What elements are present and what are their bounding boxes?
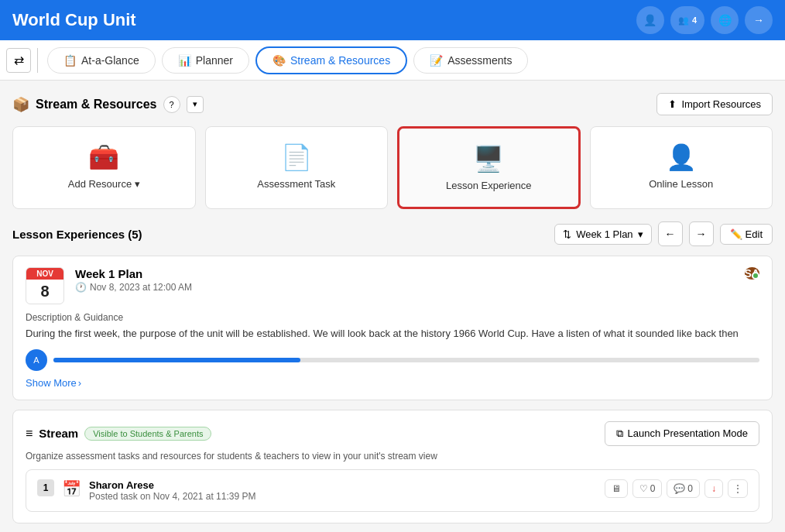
like-action-button[interactable]: ♡ 0 xyxy=(632,479,663,498)
edit-label: Edit xyxy=(746,228,763,240)
show-more-icon: › xyxy=(78,377,81,389)
next-plan-button[interactable]: → xyxy=(689,221,714,246)
comment-count: 0 xyxy=(687,483,693,494)
lesson-title: Week 1 Plan xyxy=(75,267,734,280)
stream-section: ≡ Stream Visible to Students & Parents ⧉… xyxy=(12,410,773,523)
add-resource-label: Add Resource ▾ xyxy=(68,178,140,190)
section-dropdown-button[interactable]: ▾ xyxy=(187,96,204,113)
students-count: 4 xyxy=(692,15,697,25)
progress-avatar: A xyxy=(26,349,47,371)
stream-item: 1 📅 Sharon Arese Posted task on Nov 4, 2… xyxy=(26,469,759,512)
header-actions: 👤 👥 4 🌐 → xyxy=(636,6,773,34)
lesson-experiences-header: Lesson Experiences (5) ⇅ Week 1 Plan ▾ ←… xyxy=(12,221,773,246)
launch-label: Launch Presentation Mode xyxy=(628,427,748,439)
online-lesson-icon: 👤 xyxy=(666,142,697,172)
students-count-button[interactable]: 👥 4 xyxy=(670,6,704,34)
nav-divider xyxy=(37,48,38,73)
stream-item-number: 1 xyxy=(37,479,54,496)
stream-item-content: Sharon Arese Posted task on Nov 4, 2021 … xyxy=(89,479,597,502)
progress-bar-row: A xyxy=(26,349,759,371)
forward-button[interactable]: → xyxy=(745,6,773,34)
stream-resources-header: 📦 Stream & Resources ? ▾ ⬆ Import Resour… xyxy=(12,93,773,115)
more-icon: ⋮ xyxy=(733,483,742,494)
tab-planner-label: Planner xyxy=(196,54,233,67)
students-icon: 👥 xyxy=(678,15,689,26)
stream-item-meta: Posted task on Nov 4, 2021 at 11:39 PM xyxy=(89,491,597,502)
assessments-icon: 📝 xyxy=(430,54,443,67)
lesson-experiences-title: Lesson Experiences (5) xyxy=(12,228,142,241)
date-day: 8 xyxy=(26,280,63,304)
stream-title-row: ≡ Stream Visible to Students & Parents xyxy=(26,427,211,441)
progress-fill xyxy=(53,358,300,362)
description-text: During the first week, the purpose of th… xyxy=(26,326,759,342)
like-count: 0 xyxy=(650,483,656,494)
plan-select-button[interactable]: ⇅ Week 1 Plan ▾ xyxy=(554,224,651,245)
tab-planner[interactable]: 📊 Planner xyxy=(162,47,249,74)
plan-select-label: Week 1 Plan xyxy=(576,228,632,240)
resource-cards-grid: 🧰 Add Resource ▾ 📄 Assessment Task 🖥️ Le… xyxy=(12,126,773,209)
add-resource-icon: 🧰 xyxy=(88,142,119,172)
import-resources-button[interactable]: ⬆ Import Resources xyxy=(656,93,773,115)
avatar-container: SA xyxy=(745,267,759,280)
screen-action-button[interactable]: 🖥 xyxy=(605,479,628,498)
globe-button[interactable]: 🌐 xyxy=(711,6,739,34)
main-content: 📦 Stream & Resources ? ▾ ⬆ Import Resour… xyxy=(0,81,785,532)
down-arrow-icon: ↓ xyxy=(711,483,716,494)
online-indicator xyxy=(752,272,759,280)
comment-action-button[interactable]: 💬 0 xyxy=(667,479,700,498)
stream-resources-icon: 🎨 xyxy=(273,54,286,67)
tab-stream-resources[interactable]: 🎨 Stream & Resources xyxy=(255,46,407,74)
heart-icon: ♡ xyxy=(639,483,648,494)
plan-filter-icon: ⇅ xyxy=(563,228,571,240)
launch-presentation-button[interactable]: ⧉ Launch Presentation Mode xyxy=(605,421,759,446)
stream-item-name: Sharon Arese xyxy=(89,479,597,491)
description-guidance-label: Description & Guidance xyxy=(26,312,759,323)
swap-button[interactable]: ⇄ xyxy=(6,48,31,73)
online-lesson-label: Online Lesson xyxy=(649,178,713,190)
show-more-label: Show More xyxy=(26,377,77,389)
stream-visibility-badge: Visible to Students & Parents xyxy=(84,427,211,441)
help-button[interactable]: ? xyxy=(163,96,180,113)
assessment-task-card[interactable]: 📄 Assessment Task xyxy=(205,126,389,209)
comment-icon: 💬 xyxy=(674,483,685,494)
stream-title: Stream xyxy=(39,427,78,440)
assessment-task-label: Assessment Task xyxy=(257,178,335,190)
navigation-bar: ⇄ 📋 At-a-Glance 📊 Planner 🎨 Stream & Res… xyxy=(0,40,785,81)
section-title-icon: 📦 xyxy=(12,96,29,113)
progress-bar xyxy=(53,358,759,362)
lesson-info: Week 1 Plan 🕐 Nov 8, 2023 at 12:00 AM xyxy=(75,267,734,293)
tab-assessments[interactable]: 📝 Assessments xyxy=(413,47,528,74)
stream-item-calendar-icon: 📅 xyxy=(62,480,81,497)
stream-item-icon-wrapper: 📅 xyxy=(62,479,81,498)
lesson-experience-card[interactable]: 🖥️ Lesson Experience xyxy=(397,126,581,209)
date-month: NOV xyxy=(26,268,63,280)
tab-stream-resources-label: Stream & Resources xyxy=(290,54,390,67)
planner-icon: 📊 xyxy=(178,54,191,67)
prev-plan-button[interactable]: ← xyxy=(658,221,683,246)
section-title: Stream & Resources xyxy=(36,98,157,112)
date-badge: NOV 8 xyxy=(26,267,64,304)
plan-select-chevron: ▾ xyxy=(638,228,643,240)
show-more-button[interactable]: Show More › xyxy=(26,377,759,389)
edit-button[interactable]: ✏️ Edit xyxy=(720,224,773,245)
page-title: World Cup Unit xyxy=(12,10,636,30)
lesson-card-top: NOV 8 Week 1 Plan 🕐 Nov 8, 2023 at 12:00… xyxy=(26,267,759,304)
lesson-card: NOV 8 Week 1 Plan 🕐 Nov 8, 2023 at 12:00… xyxy=(12,256,773,400)
launch-icon: ⧉ xyxy=(616,427,623,440)
import-icon: ⬆ xyxy=(668,98,677,110)
tab-at-a-glance[interactable]: 📋 At-a-Glance xyxy=(47,47,156,74)
at-a-glance-icon: 📋 xyxy=(63,54,77,67)
clock-icon: 🕐 xyxy=(75,282,87,293)
tab-at-a-glance-label: At-a-Glance xyxy=(81,54,139,67)
add-resource-card[interactable]: 🧰 Add Resource ▾ xyxy=(12,126,196,209)
stream-description: Organize assessment tasks and resources … xyxy=(26,451,759,462)
online-lesson-card[interactable]: 👤 Online Lesson xyxy=(590,126,773,209)
edit-icon: ✏️ xyxy=(730,228,742,240)
person-icon-button[interactable]: 👤 xyxy=(636,6,664,34)
down-action-button[interactable]: ↓ xyxy=(704,479,723,498)
stream-layers-icon: ≡ xyxy=(26,427,33,441)
lesson-timestamp: Nov 8, 2023 at 12:00 AM xyxy=(90,282,192,293)
more-actions-button[interactable]: ⋮ xyxy=(728,479,748,498)
lesson-date: 🕐 Nov 8, 2023 at 12:00 AM xyxy=(75,282,734,293)
header: World Cup Unit 👤 👥 4 🌐 → xyxy=(0,0,785,40)
